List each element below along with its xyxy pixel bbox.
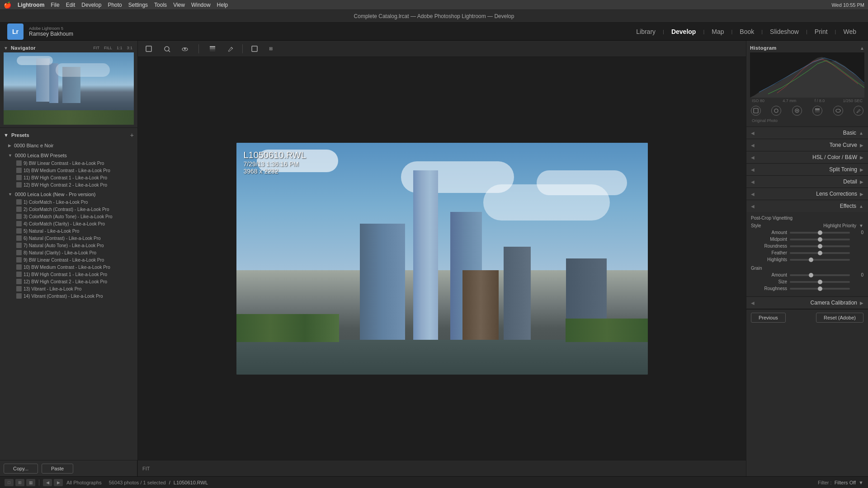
preset-item[interactable]: 10) BW Medium Contrast - Like-a-Look Pro [0,167,137,174]
preset-item[interactable]: 9) BW Linear Contrast - Like-a-Look Pro [0,256,137,263]
grain-amount-label: Amount [751,272,787,277]
feather-thumb[interactable] [818,251,822,255]
amount-slider-thumb[interactable] [818,230,822,235]
nav-map[interactable]: Map [707,26,728,37]
view-mode-1-button[interactable]: □ [5,479,14,486]
nav-print[interactable]: Print [810,26,832,37]
preset-item[interactable]: 5) Natural - Like-a-Look Pro [0,227,137,235]
detail-header[interactable]: ◀ Detail ▶ [746,176,868,188]
grain-amount-slider[interactable] [790,274,850,276]
preset-item[interactable]: 14) Vibrant (Contrast) - Like-a-Look Pro [0,292,137,300]
adjustment-brush-right-button[interactable] [854,106,863,116]
preset-item[interactable]: 11) BW High Contrast 1 - Like-a-Look Pro [0,174,137,181]
apple-menu[interactable]: 🍎 [4,1,11,9]
adjustment-brush-button[interactable] [224,42,237,55]
nav-library[interactable]: Library [632,26,660,37]
preset-item[interactable]: 2) ColorMatch (Contrast) - Like-a-Look P… [0,206,137,213]
preset-group-header-2[interactable]: ▼ 0000 Leica BW Presets [0,151,137,160]
tone-curve-header[interactable]: ◀ Tone Curve ▶ [746,139,868,151]
highlights-slider[interactable] [790,259,850,261]
crop-tool-button[interactable] [142,42,155,55]
radial-filter-button[interactable] [833,106,843,116]
view-mode-2-button[interactable]: ⊞ [15,479,24,486]
nav-book[interactable]: Book [735,26,759,37]
graduated-filter-right-button[interactable] [812,106,822,116]
fit-btn-1-1[interactable]: 1:1 [115,45,124,51]
highlights-thumb[interactable] [809,258,813,262]
menu-tools[interactable]: Tools [154,2,167,8]
fit-btn-3-1[interactable]: 3:1 [125,45,134,51]
menu-settings[interactable]: Settings [128,2,148,8]
preset-item[interactable]: 9) BW Linear Contrast - Like-a-Look Pro [0,160,137,167]
preset-item[interactable]: 3) ColorMatch (Auto Tone) - Like-a-Look … [0,213,137,220]
preset-item[interactable]: 12) BW High Contrast 2 - Like-a-Look Pro [0,278,137,285]
grain-roughness-thumb[interactable] [818,286,822,291]
grain-size-thumb[interactable] [818,280,822,284]
camera-calibration-header[interactable]: ◀ Camera Calibration ▶ [746,297,868,309]
grain-roughness-slider[interactable] [790,288,850,290]
nav-web[interactable]: Web [839,26,861,37]
filmstrip-next-button[interactable]: ▶ [54,479,63,486]
style-dropdown-icon[interactable]: ▼ [859,223,863,228]
lens-corrections-header[interactable]: ◀ Lens Corrections ▶ [746,188,868,200]
compare-view-button[interactable]: ⊞ [264,42,277,55]
preset-item[interactable]: 11) BW High Contrast 1 - Like-a-Look Pro [0,271,137,278]
preset-item[interactable]: 10) BW Medium Contrast - Like-a-Look Pro [0,263,137,271]
loupe-view-button[interactable] [248,42,261,55]
menu-edit[interactable]: Edit [66,2,75,8]
menu-file[interactable]: File [51,2,59,8]
graduated-filter-button[interactable] [206,42,219,55]
amount-slider-track[interactable] [790,232,850,234]
effects-section-header[interactable]: ◀ Effects ▲ [746,200,868,212]
preset-item[interactable]: 13) Vibrant - Like-a-Look Pro [0,285,137,292]
filter-value[interactable]: Filters Off [835,480,856,485]
preset-group-header-1[interactable]: ▶ 0000 Blanc e Noir [0,141,137,150]
histogram-header[interactable]: Histogram ▲ [750,43,864,52]
grain-amount-thumb[interactable] [809,273,813,277]
paste-button[interactable]: Paste [42,464,73,474]
split-toning-header[interactable]: ◀ Split Toning ▶ [746,164,868,175]
preset-item[interactable]: 4) ColorMatch (Clarity) - Like-a-Look Pr… [0,220,137,227]
fit-btn-fill[interactable]: FILL [103,45,113,51]
spot-removal-right-button[interactable] [771,106,781,116]
menu-develop[interactable]: Develop [81,2,101,8]
reset-button[interactable]: Reset (Adobe) [816,313,863,323]
original-photo-label[interactable]: Original Photo [750,117,864,124]
midpoint-thumb[interactable] [818,237,822,242]
copy-button[interactable]: Copy... [4,464,38,474]
preset-item[interactable]: 7) Natural (Auto Tone) - Like-a-Look Pro [0,242,137,249]
view-mode-3-button[interactable]: ▦ [26,479,35,486]
menu-view[interactable]: View [173,2,185,8]
hsl-header[interactable]: ◀ HSL / Color / B&W ▶ [746,151,868,163]
previous-button[interactable]: Previous [751,313,786,323]
nav-develop[interactable]: Develop [667,26,700,37]
roundness-slider[interactable] [790,245,850,247]
navigator-header[interactable]: ▼ Navigator FIT FILL 1:1 3:1 [4,43,134,52]
preset-item[interactable]: 12) BW High Contrast 2 - Like-a-Look Pro [0,181,137,188]
roundness-thumb[interactable] [818,244,822,249]
preset-item[interactable]: 1) ColorMatch - Like-a-Look Pro [0,198,137,206]
preset-item[interactable]: 6) Natural (Contrast) - Like-a-Look Pro [0,235,137,242]
redeye-button[interactable] [179,42,191,55]
filmstrip-prev-button[interactable]: ◀ [43,479,52,486]
preset-item[interactable]: 8) Natural (Clarity) - Like-a-Look Pro [0,249,137,256]
menu-lightroom[interactable]: Lightroom [18,2,44,8]
feather-slider[interactable] [790,252,850,254]
menu-help[interactable]: Help [217,2,228,8]
grain-size-slider[interactable] [790,281,850,283]
filter-dropdown-icon[interactable]: ▼ [859,480,863,485]
spot-removal-button[interactable] [160,42,173,55]
redeye-right-button[interactable] [792,106,802,116]
preset-label: 9) BW Linear Contrast - Like-a-Look Pro [24,258,104,263]
preset-label: 7) Natural (Auto Tone) - Like-a-Look Pro [24,243,104,248]
style-value[interactable]: Highlight Priority [823,223,856,228]
menu-photo[interactable]: Photo [108,2,122,8]
crop-overlay-button[interactable] [751,106,761,116]
nav-slideshow[interactable]: Slideshow [765,26,803,37]
preset-group-header-3[interactable]: ▼ 0000 Leica Look (New - Pro version) [0,190,137,198]
midpoint-slider[interactable] [790,239,850,240]
basic-section-header[interactable]: ◀ Basic ▲ [746,127,868,139]
add-preset-button[interactable]: + [130,131,134,139]
fit-btn-fit[interactable]: FIT [92,45,101,51]
menu-window[interactable]: Window [191,2,211,8]
